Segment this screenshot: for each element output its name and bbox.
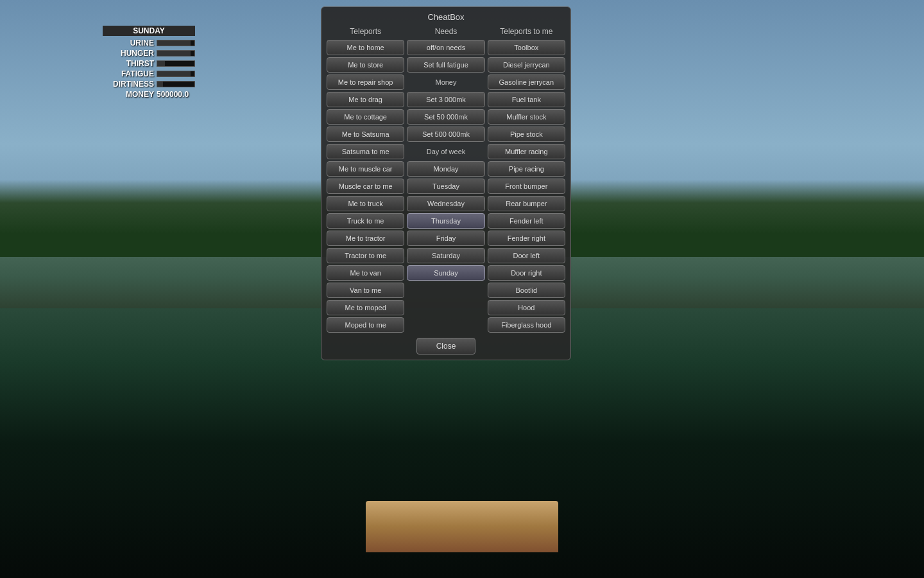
btn-van-to-me[interactable]: Van to me [327,283,404,298]
cheatbox-modal: CheatBox Teleports Me to home Me to stor… [321,6,571,360]
btn-set-50000mk[interactable]: Set 50 000mk [407,109,484,125]
hud-thirst-label: THIRST [103,59,154,68]
btn-me-to-truck[interactable]: Me to truck [327,196,404,211]
btn-moped-to-me[interactable]: Moped to me [327,317,404,333]
hud-dirtiness-label: DIRTINESS [103,80,154,89]
btn-set-full-fatigue[interactable]: Set full fatigue [407,57,484,73]
btn-pipe-stock[interactable]: Pipe stock [488,127,565,142]
btn-fiberglass-hood[interactable]: Fiberglass hood [488,317,565,333]
btn-tractor-to-me[interactable]: Tractor to me [327,248,404,263]
btn-door-left[interactable]: Door left [488,248,565,263]
btn-me-to-muscle-car[interactable]: Me to muscle car [327,161,404,177]
btn-me-to-drag[interactable]: Me to drag [327,92,404,107]
teleports-column: Teleports Me to home Me to store Me to r… [327,27,404,333]
btn-me-to-satsuma[interactable]: Me to Satsuma [327,127,404,142]
btn-set-500000mk[interactable]: Set 500 000mk [407,127,484,142]
btn-sunday[interactable]: Sunday [407,265,484,281]
btn-tuesday[interactable]: Tuesday [407,179,484,194]
btn-fuel-tank[interactable]: Fuel tank [488,92,565,107]
hud-fatigue-bar-bg [157,71,195,77]
teleports-header: Teleports [327,27,404,36]
hud-dirtiness-bar-bg [157,81,195,87]
btn-me-to-cottage[interactable]: Me to cottage [327,109,404,125]
btn-set-3000mk[interactable]: Set 3 000mk [407,92,484,107]
dock [366,501,558,552]
needs-column: Needs off/on needs Set full fatigue Mone… [407,27,484,333]
hud-dirtiness-bar [157,82,163,87]
hud-urine-label: URINE [103,39,154,48]
btn-muffler-stock[interactable]: Muffler stock [488,109,565,125]
hud-urine-bar [157,40,191,46]
btn-truck-to-me[interactable]: Truck to me [327,213,404,229]
hud-fatigue-bar [157,71,191,76]
btn-bootlid[interactable]: Bootlid [488,283,565,298]
teleports-to-me-header: Teleports to me [488,27,565,36]
hud-day: SUNDAY [103,26,195,36]
btn-rear-bumper[interactable]: Rear bumper [488,196,565,211]
btn-hood[interactable]: Hood [488,300,565,315]
hud-hunger-label: HUNGER [103,49,154,58]
hud-urine-row: URINE [103,39,195,48]
btn-fender-left[interactable]: Fender left [488,213,565,229]
btn-muffler-racing[interactable]: Muffler racing [488,144,565,159]
needs-day-of-week-label: Day of week [407,144,484,159]
hud-fatigue-label: FATIGUE [103,69,154,78]
hud-hunger-bar-bg [157,50,195,57]
teleports-to-me-column: Teleports to me Toolbox Diesel jerrycan … [488,27,565,333]
btn-fender-right[interactable]: Fender right [488,231,565,246]
btn-me-to-repair-shop[interactable]: Me to repair shop [327,74,404,90]
cheatbox-columns: Teleports Me to home Me to store Me to r… [327,27,565,333]
hud-urine-bar-bg [157,40,195,46]
hud-money-label: MONEY [103,90,154,99]
btn-front-bumper[interactable]: Front bumper [488,179,565,194]
btn-muscle-car-to-me[interactable]: Muscle car to me [327,179,404,194]
btn-me-to-van[interactable]: Me to van [327,265,404,281]
btn-wednesday[interactable]: Wednesday [407,196,484,211]
needs-money-label: Money [407,74,484,90]
btn-diesel-jerrycan[interactable]: Diesel jerrycan [488,57,565,73]
btn-me-to-tractor[interactable]: Me to tractor [327,231,404,246]
hud-thirst-row: THIRST [103,59,195,68]
close-row: Close [327,338,565,355]
hud-dirtiness-row: DIRTINESS [103,80,195,89]
btn-friday[interactable]: Friday [407,231,484,246]
hud-fatigue-row: FATIGUE [103,69,195,78]
btn-saturday[interactable]: Saturday [407,248,484,263]
hud-money-value: 500000.0 [157,90,189,99]
btn-satsuma-to-me[interactable]: Satsuma to me [327,144,404,159]
btn-off-on-needs[interactable]: off/on needs [407,40,484,55]
hud-hunger-bar [157,51,191,56]
btn-gasoline-jerrycan[interactable]: Gasoline jerrycan [488,74,565,90]
btn-me-to-home[interactable]: Me to home [327,40,404,55]
cheatbox-title: CheatBox [327,12,565,22]
hud-hunger-row: HUNGER [103,49,195,58]
btn-toolbox[interactable]: Toolbox [488,40,565,55]
close-button[interactable]: Close [416,338,476,355]
btn-door-right[interactable]: Door right [488,265,565,281]
btn-thursday[interactable]: Thursday [407,213,484,229]
needs-header: Needs [407,27,484,36]
btn-me-to-store[interactable]: Me to store [327,57,404,73]
hud: SUNDAY URINE HUNGER THIRST FATIGUE DIRTI… [103,26,195,100]
btn-monday[interactable]: Monday [407,161,484,177]
btn-me-to-moped[interactable]: Me to moped [327,300,404,315]
hud-money-row: MONEY 500000.0 [103,90,195,99]
hud-thirst-bar [157,61,165,66]
btn-pipe-racing[interactable]: Pipe racing [488,161,565,177]
hud-thirst-bar-bg [157,60,195,67]
